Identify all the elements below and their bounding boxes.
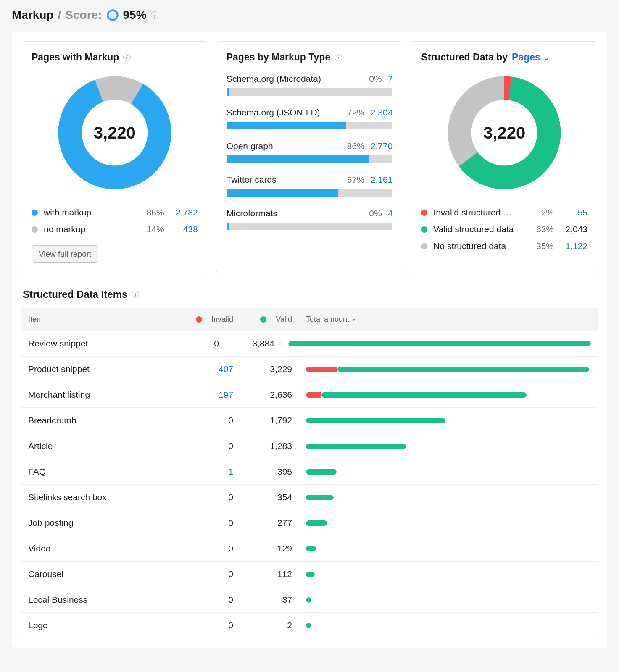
- bar-fill: [227, 88, 229, 96]
- table-row: Article01,283: [21, 433, 598, 459]
- bar-fill: [227, 189, 338, 197]
- cell-total-bar: [299, 520, 598, 526]
- header-divider: /: [58, 8, 61, 22]
- cell-valid: 3,229: [240, 357, 299, 382]
- legend-pct: 35%: [529, 241, 554, 251]
- cell-total-bar: [299, 623, 598, 628]
- cell-invalid[interactable]: 1: [177, 459, 240, 484]
- markup-type-pct: 67%: [347, 175, 365, 185]
- cell-total-bar: [299, 469, 598, 475]
- column-invalid[interactable]: Invalid: [177, 308, 240, 331]
- markup-type-value[interactable]: 4: [388, 208, 393, 218]
- markup-type-value[interactable]: 2,161: [371, 175, 393, 185]
- legend-label: Valid structured data: [433, 224, 529, 234]
- cell-item: Article: [21, 433, 177, 459]
- cell-invalid: 0: [177, 433, 240, 459]
- score-ring-icon: [106, 9, 119, 21]
- legend-pct: 63%: [529, 224, 554, 234]
- markup-type-value[interactable]: 2,304: [371, 108, 393, 118]
- cell-item: Merchant listing: [21, 382, 177, 407]
- legend-pct: 14%: [139, 224, 164, 234]
- cell-valid: 3,884: [226, 331, 281, 356]
- grey-dot-icon: [421, 243, 427, 249]
- markup-type-row: Microformats0%4: [227, 208, 393, 230]
- markup-type-value[interactable]: 2,770: [371, 141, 393, 151]
- legend-label: Invalid structured …: [433, 207, 529, 218]
- card-title-label: Pages with Markup: [32, 52, 119, 63]
- markup-type-name: Microformats: [227, 208, 369, 218]
- legend-value[interactable]: 1,122: [554, 241, 587, 251]
- grey-dot-icon: [32, 226, 38, 233]
- legend-row: no markup14%438: [32, 221, 198, 238]
- donut-chart-pages: 3,220: [56, 74, 174, 192]
- bar-segment-valid: [306, 520, 327, 526]
- cell-total-bar: [299, 444, 598, 449]
- markup-type-name: Twitter cards: [227, 175, 347, 185]
- info-icon[interactable]: i: [335, 54, 342, 61]
- table-row: Logo02: [21, 612, 598, 638]
- bar-segment-valid: [306, 418, 445, 423]
- info-icon[interactable]: i: [123, 54, 131, 61]
- bar-fill: [227, 155, 369, 163]
- column-item[interactable]: Item: [21, 308, 177, 331]
- cell-invalid: 0: [177, 510, 240, 536]
- cell-valid: 1,792: [240, 408, 299, 433]
- bar-segment-valid: [306, 444, 406, 449]
- blue-dot-icon: [32, 210, 38, 216]
- legend-value[interactable]: 438: [164, 224, 198, 234]
- cell-valid: 112: [240, 562, 299, 587]
- table-row: Product snippet4073,229: [21, 356, 598, 382]
- legend-label: with markup: [44, 207, 139, 218]
- view-full-report-button[interactable]: View full report: [32, 245, 98, 263]
- markup-type-pct: 86%: [347, 141, 365, 151]
- bar-segment-valid: [306, 546, 316, 551]
- donut-chart-structured: 3,220: [445, 74, 563, 192]
- markup-type-name: Schema.org (JSON-LD): [227, 108, 347, 118]
- cell-total-bar: [299, 572, 598, 577]
- cell-invalid[interactable]: 197: [177, 382, 240, 407]
- bar-segment-valid: [306, 597, 311, 603]
- cell-total-bar: [299, 546, 598, 551]
- markup-type-row: Twitter cards67%2,161: [227, 175, 393, 197]
- info-icon[interactable]: i: [151, 11, 158, 19]
- bar-segment-valid: [306, 495, 334, 500]
- page-title: Markup: [12, 8, 54, 22]
- markup-type-name: Open graph: [227, 141, 347, 151]
- column-valid[interactable]: Valid: [240, 308, 299, 331]
- valid-dot-icon: [260, 316, 266, 323]
- section-title: Structured Data Items: [23, 289, 127, 300]
- cell-invalid: 0: [166, 331, 226, 356]
- table-header: Item Invalid Valid Total amount ▾: [21, 308, 598, 331]
- bar-fill: [227, 223, 229, 230]
- cell-item: Local Business: [21, 587, 177, 612]
- cell-item: Logo: [21, 613, 177, 638]
- main-panel: Pages with Markup i 3,220 with markup86%…: [12, 32, 607, 648]
- table-row: Review snippet03,884: [21, 331, 598, 356]
- cell-total-bar: [299, 495, 598, 500]
- card-title-label: Pages by Markup Type: [227, 52, 331, 63]
- cell-invalid: 0: [177, 485, 240, 510]
- legend-row: No structured data35%1,122: [421, 238, 587, 255]
- legend-pct: 86%: [139, 207, 164, 218]
- bar-segment-valid: [306, 623, 311, 628]
- cell-item: Review snippet: [21, 331, 166, 356]
- legend-row: Valid structured data63%2,043: [421, 221, 587, 238]
- legend-pct: 2%: [529, 207, 554, 218]
- legend-value[interactable]: 55: [554, 207, 587, 218]
- card-title-prefix: Structured Data by: [421, 52, 508, 63]
- cell-valid: 277: [240, 510, 299, 536]
- legend-value[interactable]: 2,782: [164, 207, 198, 218]
- info-icon[interactable]: i: [132, 291, 139, 298]
- bar-track: [227, 155, 393, 163]
- column-total[interactable]: Total amount ▾: [299, 308, 598, 331]
- cell-invalid[interactable]: 407: [177, 357, 240, 382]
- card-pages-with-markup: Pages with Markup i 3,220 with markup86%…: [21, 41, 208, 273]
- cell-item: FAQ: [21, 459, 177, 484]
- structured-data-scope-dropdown[interactable]: Pages ⌄: [512, 52, 549, 63]
- table-row: Sitelinks search box0354: [21, 484, 598, 510]
- markup-type-value[interactable]: 7: [388, 74, 393, 84]
- markup-type-row: Schema.org (Microdata)0%7: [227, 74, 393, 96]
- table-row: Breadcrumb01,792: [21, 407, 598, 433]
- page-header: Markup / Score: 95% i: [12, 8, 607, 22]
- cell-invalid: 0: [177, 408, 240, 433]
